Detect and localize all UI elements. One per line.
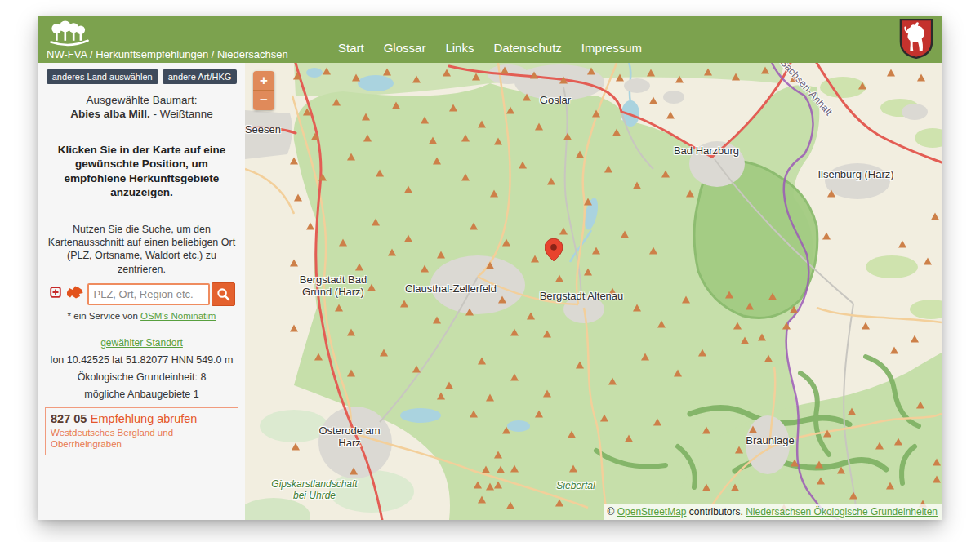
breadcrumb: NW-FVA / Herkunftsempfehlungen / Nieders… xyxy=(47,48,288,60)
header: NW-FVA / Herkunftsempfehlungen / Nieders… xyxy=(38,16,942,63)
change-species-button[interactable]: andere Art/HKG xyxy=(163,69,238,84)
nominatim-link[interactable]: OSM's Nominatim xyxy=(140,311,216,321)
app-window: NW-FVA / Herkunftsempfehlungen / Nieders… xyxy=(38,16,942,520)
instruction-search: Nutzen Sie die Suche, um den Kartenaussc… xyxy=(45,223,238,276)
search-input[interactable] xyxy=(87,283,210,305)
selected-species: Ausgewählte Baumart: Abies alba Mill. - … xyxy=(38,94,245,122)
magnifier-icon xyxy=(216,287,230,301)
service-note-text: * ein Service von xyxy=(68,311,141,321)
ecological-unit: Ökologische Grundeinheit: 8 xyxy=(38,371,245,383)
nw-fva-trees-logo[interactable] xyxy=(48,20,91,52)
species-latin: Abies alba Mill. xyxy=(70,108,150,120)
possible-growing-areas: mögliche Anbaugebiete 1 xyxy=(38,389,245,400)
niedersachsen-shape-icon[interactable] xyxy=(65,285,84,303)
nav-item-links[interactable]: Links xyxy=(445,41,474,55)
grundeinheiten-layer-link[interactable]: Niedersachsen Ökologische Grundeinheiten xyxy=(746,506,938,518)
service-note: * ein Service von OSM's Nominatim xyxy=(38,311,245,321)
map[interactable]: SeesenGoslarBad HarzburgIlsenburg (Harz)… xyxy=(245,63,942,520)
crosshair-icon[interactable] xyxy=(49,286,62,302)
nav-item-impressum[interactable]: Impressum xyxy=(581,41,642,55)
selected-location-link[interactable]: gewählter Standort xyxy=(38,337,245,349)
zoom-in-button[interactable]: + xyxy=(253,71,274,91)
location-coordinates: lon 10.42525 lat 51.82077 HNN 549.0 m xyxy=(38,354,245,366)
change-country-button[interactable]: anderes Land auswählen xyxy=(47,69,158,84)
attribution-copy: © xyxy=(608,506,617,518)
recommendation-link[interactable]: Empfehlung abrufen xyxy=(91,412,198,425)
sidebar: anderes Land auswählen andere Art/HKG Au… xyxy=(38,63,245,520)
search-row xyxy=(38,282,245,306)
recommendation-region: Westdeutsches Bergland und Oberrheingrab… xyxy=(51,428,233,451)
nav-item-start[interactable]: Start xyxy=(338,41,364,55)
attribution-contributors: contributors. xyxy=(686,506,746,518)
main-area: anderes Land auswählen andere Art/HKG Au… xyxy=(38,63,942,520)
map-terrain xyxy=(245,63,942,520)
nav-item-glossar[interactable]: Glossar xyxy=(384,41,426,55)
zoom-control: + − xyxy=(253,71,274,110)
hkg-code: 827 05 xyxy=(51,412,87,425)
niedersachsen-coat-of-arms-icon xyxy=(899,18,933,62)
search-button[interactable] xyxy=(212,282,235,306)
zoom-out-button[interactable]: − xyxy=(253,91,274,110)
map-attribution: © OpenStreetMap contributors. Niedersach… xyxy=(604,504,942,520)
nav-item-datenschutz[interactable]: Datenschutz xyxy=(493,41,561,55)
main-nav: Start Glossar Links Datenschutz Impressu… xyxy=(338,41,642,55)
location-pin-icon xyxy=(545,238,563,264)
recommendation-box: 827 05 Empfehlung abrufen Westdeutsches … xyxy=(45,407,238,455)
species-label: Ausgewählte Baumart: xyxy=(87,94,198,106)
openstreetmap-link[interactable]: OpenStreetMap xyxy=(617,506,687,518)
instruction-click: Klicken Sie in der Karte auf eine gewüns… xyxy=(50,143,234,200)
species-common: - Weißtanne xyxy=(150,108,213,120)
